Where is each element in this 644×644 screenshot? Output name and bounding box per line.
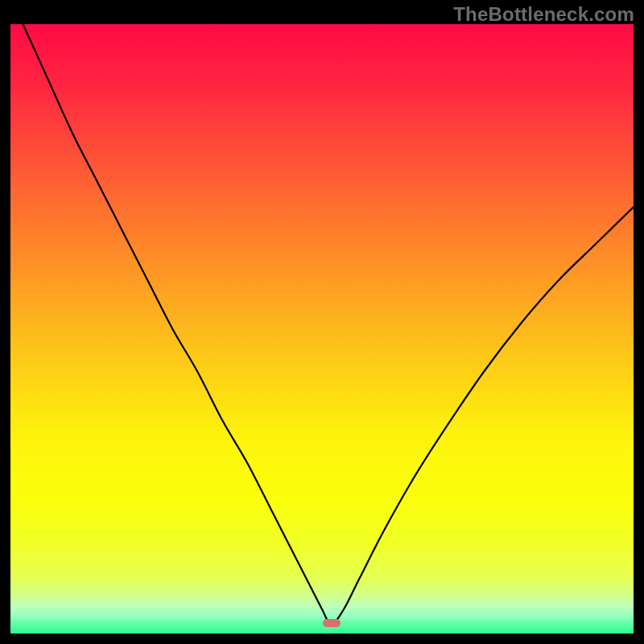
optimal-point-marker [323,619,341,627]
attribution-text: TheBottleneck.com [453,3,634,26]
plot-area [10,24,634,634]
bottleneck-curve [10,24,634,634]
chart-frame: TheBottleneck.com [0,0,644,644]
